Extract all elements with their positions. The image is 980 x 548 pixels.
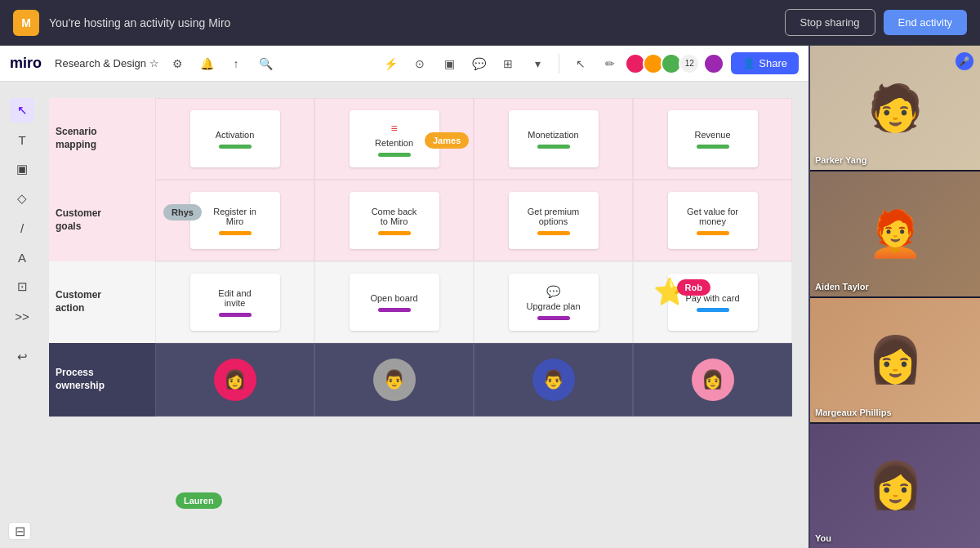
search-icon[interactable]: 🔍 <box>254 52 277 75</box>
bell-icon[interactable]: 🔔 <box>195 52 218 75</box>
card-value[interactable]: Get value formoney <box>668 192 758 249</box>
scenario-cells: Activation ≡ Retention <box>155 98 792 180</box>
cell-value: Get value formoney <box>633 180 792 261</box>
card-comeback[interactable]: Come backto Miro <box>350 192 439 249</box>
process-label: Processownership <box>49 343 155 417</box>
margeaux-video: 👩 <box>810 298 980 422</box>
margeaux-name: Margeaux Phillips <box>815 408 892 417</box>
settings-icon[interactable]: ⚙ <box>166 52 189 75</box>
premium-indicator <box>537 231 570 235</box>
star-emoji: ⭐ <box>653 276 686 307</box>
scenario-row: Scenariomapping Activation ≡ <box>49 98 792 180</box>
canvas-side: miro Research & Design ☆ ⚙ 🔔 ↑ 🔍 ⚡ ⊙ ▣ 💬… <box>0 46 808 548</box>
end-activity-button[interactable]: End activity <box>884 10 967 35</box>
cell-revenue: Revenue <box>633 98 792 180</box>
retention-icon: ≡ <box>390 122 397 135</box>
avatar-count: 12 <box>679 53 700 74</box>
card-register[interactable]: Register inMiro <box>190 192 280 249</box>
process-cell-1: 👩 <box>155 343 314 417</box>
card-monetization[interactable]: Monetization <box>509 110 599 167</box>
top-banner: M You're hosting an activity using Miro … <box>0 0 980 46</box>
process-avatar-4: 👩 <box>692 359 734 401</box>
upgrade-indicator <box>537 316 570 320</box>
banner-title: You're hosting an activity using Miro <box>49 16 785 29</box>
video-tile-margeaux: 👩 Margeaux Phillips <box>810 298 980 424</box>
canvas-workspace[interactable]: ↖ T ▣ ◇ / A ⊡ >> ↩ James Rhys Rob Lauren… <box>0 82 808 548</box>
main-area: miro Research & Design ☆ ⚙ 🔔 ↑ 🔍 ⚡ ⊙ ▣ 💬… <box>0 46 980 548</box>
share-upload-icon[interactable]: ↑ <box>225 52 247 75</box>
comment-icon[interactable]: 💬 <box>467 52 490 75</box>
sticky-tool[interactable]: ▣ <box>10 157 34 181</box>
cell-register: Register inMiro <box>155 180 314 261</box>
video-tile-aiden: 🧑‍🦰 Aiden Taylor <box>810 172 980 297</box>
video-tile-parker: 🧑 🎤 Parker Yang <box>810 46 980 172</box>
more-icon[interactable]: ▾ <box>526 52 549 75</box>
breadcrumb: Research & Design ☆ <box>55 57 159 69</box>
shape-tool[interactable]: ◇ <box>10 186 34 211</box>
card-premium[interactable]: Get premiumoptions <box>509 192 599 249</box>
video-panel: 🧑 🎤 Parker Yang 🧑‍🦰 Aiden Taylor 👩 Marge… <box>808 46 980 548</box>
user-avatar <box>703 53 724 74</box>
process-avatar-3: 👨 <box>532 359 575 401</box>
cell-activation: Activation <box>155 98 314 180</box>
board-content: James Rhys Rob Lauren ⭐ Scenariomapping … <box>49 98 792 532</box>
you-name: You <box>815 533 831 543</box>
aiden-video: 🧑‍🦰 <box>810 172 980 296</box>
process-avatar-2: 👨 <box>373 359 416 401</box>
you-video: 👩 <box>810 424 980 548</box>
cursor-tool[interactable]: ↖ <box>569 52 592 75</box>
process-cell-3: 👨 <box>474 343 633 417</box>
comeback-indicator <box>378 231 411 235</box>
goals-cells: Register inMiro Come backto Miro <box>155 180 792 261</box>
frame-tool[interactable]: ⊡ <box>10 274 34 299</box>
aiden-name: Aiden Taylor <box>815 282 869 292</box>
undo-tool[interactable]: ↩ <box>10 345 34 369</box>
timer-icon[interactable]: ⊙ <box>408 52 431 75</box>
activation-indicator <box>219 145 252 149</box>
toolbar-logo: miro <box>10 55 42 72</box>
edit-indicator <box>219 313 252 317</box>
text-edit-tool[interactable]: A <box>10 245 34 270</box>
lightning-icon[interactable]: ⚡ <box>379 52 402 75</box>
screen-icon[interactable]: ▣ <box>438 52 461 75</box>
pen-draw-tool[interactable]: / <box>10 216 34 240</box>
process-avatar-1: 👩 <box>214 359 256 401</box>
share-button[interactable]: 👤 Share <box>731 52 799 74</box>
retention-indicator <box>378 153 411 157</box>
panel-toggle-button[interactable]: ⊟ <box>8 522 31 540</box>
goals-row: Customergoals Register inMiro Come backt… <box>49 180 792 261</box>
pen-tool[interactable]: ✏ <box>599 52 621 75</box>
card-retention[interactable]: ≡ Retention <box>350 110 439 167</box>
card-activation[interactable]: Activation <box>190 110 280 167</box>
pay-indicator <box>697 308 729 312</box>
table-icon[interactable]: ⊞ <box>497 52 519 75</box>
card-revenue[interactable]: Revenue <box>668 110 758 167</box>
card-edit[interactable]: Edit andinvite <box>190 274 280 331</box>
toolbar: miro Research & Design ☆ ⚙ 🔔 ↑ 🔍 ⚡ ⊙ ▣ 💬… <box>0 46 808 82</box>
card-openboard[interactable]: Open board <box>350 274 439 331</box>
miro-logo: M <box>13 10 39 36</box>
text-tool[interactable]: T <box>10 127 34 152</box>
value-indicator <box>697 231 729 235</box>
avatar-stack: 12 <box>628 53 700 74</box>
select-tool[interactable]: ↖ <box>10 98 34 123</box>
cell-openboard: Open board <box>314 261 474 343</box>
parker-name: Parker Yang <box>815 155 866 165</box>
card-upgrade[interactable]: 💬 Upgrade plan <box>509 274 599 331</box>
cursor-lauren: Lauren <box>176 492 222 509</box>
cell-edit: Edit andinvite <box>155 261 314 343</box>
parker-mic-icon: 🎤 <box>956 52 973 70</box>
video-tile-you: 👩 You <box>810 424 980 548</box>
monetization-indicator <box>537 145 570 149</box>
process-row: Processownership 👩 👨 👨 👩 <box>49 343 792 417</box>
more-tools[interactable]: >> <box>10 304 34 328</box>
share-icon: 👤 <box>742 57 755 69</box>
process-cell-4: 👩 <box>633 343 792 417</box>
register-indicator <box>219 231 252 235</box>
process-cell-2: 👨 <box>314 343 474 417</box>
openboard-indicator <box>378 308 411 312</box>
action-cells: Edit andinvite Open board <box>155 261 792 343</box>
divider <box>559 54 559 74</box>
stop-sharing-button[interactable]: Stop sharing <box>785 9 875 36</box>
left-tool-panel: ↖ T ▣ ◇ / A ⊡ >> ↩ <box>10 98 34 369</box>
